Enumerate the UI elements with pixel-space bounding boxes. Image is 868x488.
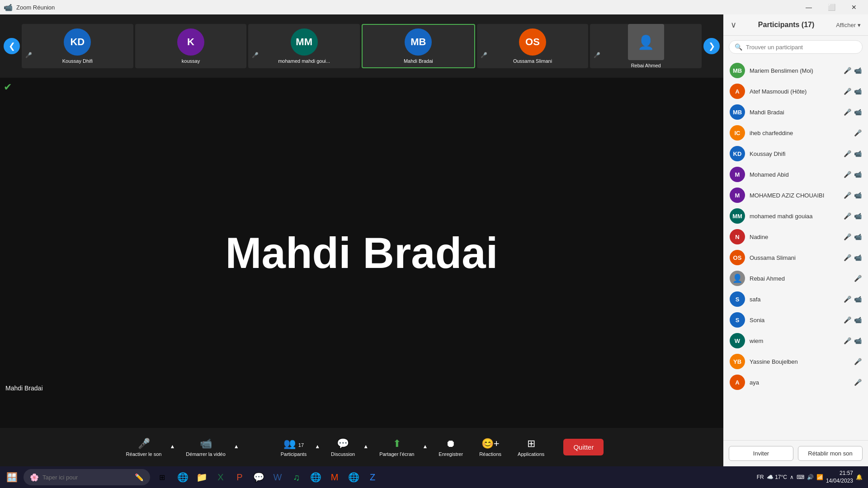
mute-icon: 🎤 xyxy=(854,275,862,282)
list-item[interactable]: W wiem 🎤 📹 xyxy=(723,330,868,351)
maximize-button[interactable]: ⬜ xyxy=(821,0,842,14)
participant-controls: 🎤 xyxy=(854,358,862,365)
edge-icon: 🌐 xyxy=(177,472,189,483)
avatar: A xyxy=(730,375,745,390)
afficher-button[interactable]: Afficher ▾ xyxy=(836,22,861,28)
taskbar-search-box: 🌸 ✏️ xyxy=(24,469,150,485)
mute-icon: 🎤 xyxy=(844,150,851,157)
participant-name: MOHAMED AZIZ CHOUAIBI xyxy=(750,192,839,199)
lang-indicator: FR xyxy=(757,474,764,480)
tile-photo: 👤 xyxy=(628,24,664,60)
start-button[interactable]: 🪟 xyxy=(2,467,22,487)
panel-collapse-button[interactable]: ∨ xyxy=(731,20,736,30)
participant-controls: 🎤 📹 xyxy=(844,108,862,116)
explorer-icon: 📁 xyxy=(196,472,208,483)
participant-name: iheb charfeddine xyxy=(750,130,849,136)
participant-controls: 🎤 📹 xyxy=(844,192,862,199)
tile-name: Oussama Slimani xyxy=(511,58,554,64)
notification-button[interactable]: 🔔 xyxy=(856,474,863,480)
taskbar-app-edge[interactable]: 🌐 xyxy=(174,468,192,486)
list-item[interactable]: KD Koussay Dhifi 🎤 📹 xyxy=(723,143,868,164)
participant-name: Mohamed Abid xyxy=(750,171,839,178)
video-arrow[interactable]: ▲ xyxy=(233,441,240,451)
list-item[interactable]: N Nadine 🎤 📹 xyxy=(723,226,868,247)
taskbar-app-chrome[interactable]: 🌐 xyxy=(307,468,325,486)
list-item[interactable]: IC iheb charfeddine 🎤 xyxy=(723,122,868,143)
participants-arrow[interactable]: ▲ xyxy=(314,441,321,451)
list-item[interactable]: 👤 Rebai Ahmed 🎤 xyxy=(723,268,868,289)
tile-mahdi-bradai[interactable]: MB Mahdi Bradai xyxy=(362,24,475,68)
top-strip: ❮ KD 🎤 Koussay Dhifi K koussay MM 🎤 moha… xyxy=(0,14,723,78)
participant-search-input[interactable] xyxy=(746,44,857,51)
list-item[interactable]: M Mohamed Abid 🎤 📹 xyxy=(723,164,868,185)
video-button[interactable]: 📹 Démarrer la vidéo xyxy=(179,435,231,460)
chrome-icon: 🌐 xyxy=(310,472,321,483)
list-item[interactable]: A aya 🎤 xyxy=(723,372,868,393)
taskbar-app-browser2[interactable]: 🌐 xyxy=(344,468,363,486)
participant-name: mohamed mahdi gouiaa xyxy=(750,213,839,220)
taskbar-app-zoom[interactable]: Z xyxy=(363,468,382,486)
speaker-icon: 🔊 xyxy=(807,474,814,480)
video-off-icon: 📹 xyxy=(854,316,862,324)
restore-audio-button[interactable]: Rétablir mon son xyxy=(798,446,863,461)
close-button[interactable]: ✕ xyxy=(844,0,864,14)
list-item[interactable]: MB Mariem Benslimen (Moi) 🎤 📹 xyxy=(723,60,868,81)
tile-avatar: K xyxy=(177,28,204,56)
nav-right-button[interactable]: ❯ xyxy=(703,38,720,54)
mute-icon: 🎤 xyxy=(844,171,851,178)
tile-name: Rebai Ahmed xyxy=(629,63,663,68)
tile-koussay[interactable]: K koussay xyxy=(135,24,247,68)
invite-button[interactable]: Inviter xyxy=(729,446,793,461)
mic-arrow[interactable]: ▲ xyxy=(169,441,176,451)
taskbar-app-m[interactable]: M xyxy=(326,468,344,486)
nav-left-button[interactable]: ❮ xyxy=(4,38,20,54)
list-item[interactable]: S safa 🎤 📹 xyxy=(723,289,868,310)
apps-button[interactable]: ⊞ Applications xyxy=(511,435,551,460)
taskbar-app-powerpoint[interactable]: P xyxy=(231,468,249,486)
list-item[interactable]: A Atef Masmoudi (Hôte) 🎤 📹 xyxy=(723,81,868,102)
share-arrow[interactable]: ▲ xyxy=(421,441,429,451)
mute-icon: 🎤 xyxy=(844,337,851,344)
system-tray-expand[interactable]: ∧ xyxy=(790,474,794,480)
task-view-button[interactable]: ⊞ xyxy=(152,467,172,487)
chat-arrow[interactable]: ▲ xyxy=(362,441,369,451)
participants-label: Participants xyxy=(281,451,307,457)
participants-button[interactable]: 👥 17 Participants xyxy=(274,435,313,460)
excel-icon: X xyxy=(217,472,223,483)
clock-display: 21:57 14/04/2023 xyxy=(826,469,853,485)
share-button[interactable]: ⬆ Partager l'écran xyxy=(373,435,420,460)
zoom-icon: 📹 xyxy=(4,3,13,12)
taskbar-search-input[interactable] xyxy=(42,474,131,481)
tile-rebai[interactable]: 👤 🎤 Rebai Ahmed xyxy=(590,24,702,68)
chat-button[interactable]: 💬 Discussion xyxy=(325,435,361,460)
taskbar-app-excel[interactable]: X xyxy=(212,468,230,486)
powerpoint-icon: P xyxy=(236,472,242,483)
panel-header: ∨ Participants (17) Afficher ▾ xyxy=(723,14,868,36)
tile-mohamed[interactable]: MM 🎤 mohamed mahdi goui... xyxy=(248,24,360,68)
taskbar-app-spotify[interactable]: ♫ xyxy=(288,468,306,486)
reactions-icon: 😊+ xyxy=(481,438,500,450)
speaker-name: Mahdi Bradai xyxy=(226,228,498,278)
list-item[interactable]: S Sonia 🎤 📹 xyxy=(723,310,868,330)
participant-controls: 🎤 📹 xyxy=(844,316,862,324)
tile-oussama[interactable]: OS 🎤 Oussama Slimani xyxy=(477,24,589,68)
taskbar-app-explorer[interactable]: 📁 xyxy=(193,468,211,486)
list-item[interactable]: MB Mahdi Bradai 🎤 📹 xyxy=(723,102,868,122)
mute-icon: 🎤 xyxy=(854,358,862,365)
reactions-button[interactable]: 😊+ Réactions xyxy=(473,435,508,460)
list-item[interactable]: MM mohamed mahdi gouiaa 🎤 📹 xyxy=(723,206,868,226)
list-item[interactable]: YB Yassine Boujelben 🎤 xyxy=(723,351,868,372)
quit-button[interactable]: Quitter xyxy=(563,439,604,455)
taskbar-app-discord[interactable]: 💬 xyxy=(250,468,268,486)
record-button[interactable]: ⏺ Enregistrer xyxy=(432,435,469,460)
avatar: N xyxy=(730,229,745,244)
tile-koussay-dhifi[interactable]: KD 🎤 Koussay Dhifi xyxy=(22,24,133,68)
avatar: MM xyxy=(730,208,745,224)
video-off-icon: 📹 xyxy=(854,150,862,157)
minimize-button[interactable]: — xyxy=(798,0,819,14)
list-item[interactable]: OS Oussama Slimani 🎤 📹 xyxy=(723,247,868,268)
taskbar-app-word[interactable]: W xyxy=(269,468,287,486)
taskbar-flower-icon: 🌸 xyxy=(30,473,39,482)
mic-button[interactable]: 🎤 Réactiver le son xyxy=(120,435,168,460)
list-item[interactable]: M MOHAMED AZIZ CHOUAIBI 🎤 📹 xyxy=(723,185,868,206)
